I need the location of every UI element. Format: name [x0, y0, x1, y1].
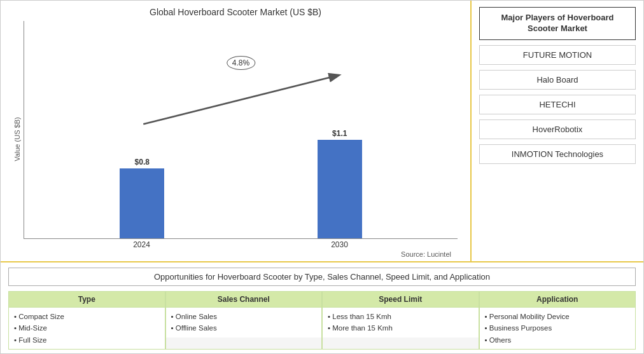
bar-label-2024: $0.8: [135, 158, 150, 167]
category-item-speed-0: Less than 15 Kmh: [328, 311, 473, 322]
bars-container: 4.8% $0.8 $1.1: [24, 21, 458, 239]
chart-content: 4.8% $0.8 $1.1 2: [24, 21, 458, 258]
category-header-sales: Sales Channel: [166, 292, 322, 308]
category-col-application: Application Personal Mobility Device Bus…: [479, 291, 636, 350]
bar-2030: [318, 140, 362, 238]
category-item-sales-0: Online Sales: [171, 311, 317, 322]
category-item-type-0: Compact Size: [14, 311, 160, 322]
player-box-2: HETECHI: [479, 95, 636, 114]
source-label: Source: Lucintel: [24, 250, 458, 258]
player-box-1: Halo Board: [479, 70, 636, 90]
category-item-type-1: Mid-Size: [14, 322, 160, 334]
right-panel: Major Players of Hoverboard Scooter Mark…: [472, 1, 643, 261]
player-box-4: INMOTION Technologies: [479, 144, 636, 164]
category-header-speed: Speed Limit: [323, 292, 479, 308]
chart-area: Global Hoverboard Scooter Market (US $B)…: [1, 1, 472, 261]
main-container: Global Hoverboard Scooter Market (US $B)…: [0, 0, 644, 354]
x-label-2030: 2030: [331, 240, 348, 249]
svg-line-0: [143, 75, 338, 124]
chart-title: Global Hoverboard Scooter Market (US $B): [150, 7, 321, 17]
y-axis-label: Value (US $B): [13, 21, 21, 258]
categories-row: Type Compact Size Mid-Size Full Size Sal…: [8, 291, 636, 350]
category-items-type: Compact Size Mid-Size Full Size: [9, 308, 165, 349]
chart-svg-overlay: [24, 21, 458, 238]
category-item-speed-1: More than 15 Kmh: [328, 322, 473, 334]
category-items-speed: Less than 15 Kmh More than 15 Kmh: [323, 308, 479, 337]
category-items-application: Personal Mobility Device Business Purpos…: [480, 308, 636, 349]
player-box-0: FUTURE MOTION: [479, 45, 636, 65]
category-header-type: Type: [9, 292, 165, 308]
category-col-sales: Sales Channel Online Sales Offline Sales: [165, 291, 323, 350]
category-header-application: Application: [480, 292, 636, 308]
top-section: Global Hoverboard Scooter Market (US $B)…: [1, 1, 643, 262]
category-item-sales-1: Offline Sales: [171, 322, 317, 334]
category-item-app-1: Business Purposes: [485, 322, 631, 334]
category-item-app-2: Others: [485, 334, 631, 346]
bar-label-2030: $1.1: [332, 129, 347, 138]
category-item-type-2: Full Size: [14, 334, 160, 346]
x-axis-labels: 2024 2030: [24, 240, 458, 249]
opportunities-title: Opportunities for Hoverboard Scooter by …: [8, 268, 636, 286]
category-item-app-0: Personal Mobility Device: [485, 311, 631, 322]
chart-inner: Value (US $B): [13, 21, 458, 258]
major-players-title: Major Players of Hoverboard Scooter Mark…: [479, 7, 636, 40]
bar-2024: [120, 168, 164, 238]
bottom-section: Opportunities for Hoverboard Scooter by …: [1, 262, 643, 353]
category-col-speed: Speed Limit Less than 15 Kmh More than 1…: [322, 291, 479, 350]
category-col-type: Type Compact Size Mid-Size Full Size: [8, 291, 165, 350]
x-label-2024: 2024: [133, 240, 150, 249]
bar-group-2024: $0.8: [120, 158, 164, 238]
category-items-sales: Online Sales Offline Sales: [166, 308, 322, 337]
cagr-bubble: 4.8%: [227, 56, 255, 70]
bar-group-2030: $1.1: [318, 129, 362, 238]
cagr-annotation: 4.8%: [227, 56, 255, 70]
player-box-3: HoverRobotix: [479, 119, 636, 139]
